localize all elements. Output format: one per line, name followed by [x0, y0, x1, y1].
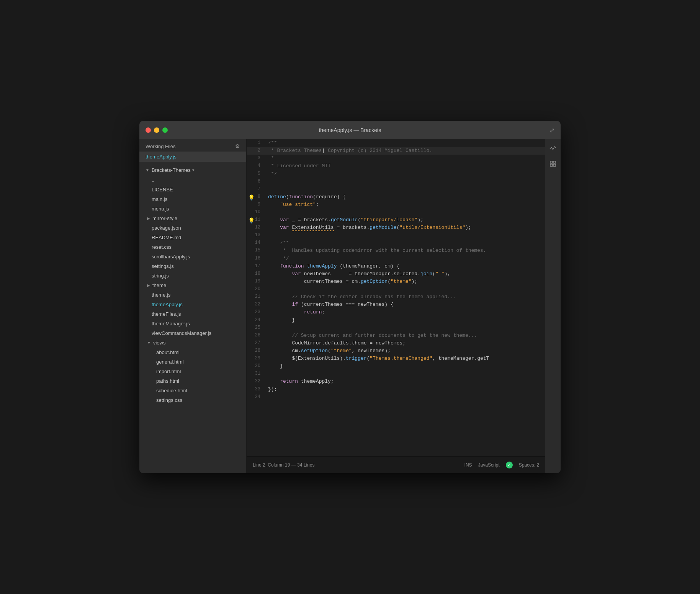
line-content-21: // Check if the editor already has the t…	[265, 293, 545, 301]
line-number-11: 💡 11	[247, 216, 265, 224]
tree-item-theme-js[interactable]: theme.js	[139, 290, 246, 300]
line-number-26: 26	[247, 332, 265, 339]
line-number-18: 18	[247, 270, 265, 277]
code-line-24: 24 }	[247, 317, 545, 324]
code-line-1: 1 /**	[247, 139, 545, 147]
tree-item-main-js[interactable]: main.js	[139, 194, 246, 204]
line-number-15: 15	[247, 247, 265, 254]
line-content-19: currentThemes = cm.getOption("theme");	[265, 278, 545, 286]
line-content-22: if (currentThemes === newThemes) {	[265, 301, 545, 308]
line-content-12: var ExtensionUtils = brackets.getModule(…	[265, 224, 545, 232]
line-content-15: * Handles updating codemirror with the c…	[265, 247, 545, 255]
tree-item-readme[interactable]: README.md	[139, 233, 246, 242]
line-content-29: $(ExtensionUtils).trigger("Themes.themeC…	[265, 355, 545, 362]
tree-item-theme-manager-js[interactable]: themeManager.js	[139, 319, 246, 328]
line-number-17: 17	[247, 263, 265, 270]
code-line-17: 17 function themeApply (themeManager, cm…	[247, 263, 545, 270]
line-content-18: var newThemes = themeManager.selected.jo…	[265, 270, 545, 278]
svg-rect-3	[553, 164, 556, 166]
code-line-26: 26 // Setup current and further document…	[247, 332, 545, 339]
status-position: Line 2, Column 19 — 34 Lines	[253, 462, 464, 468]
code-line-33: 33 });	[247, 386, 545, 393]
tree-item-general-html[interactable]: general.html	[139, 357, 246, 367]
code-line-28: 28 cm.setOption("theme", newThemes);	[247, 347, 545, 355]
app-window: themeApply.js — Brackets ⤢ Working Files…	[139, 121, 561, 473]
working-file-item[interactable]: themeApply.js	[139, 152, 246, 162]
tree-item-theme-files-js[interactable]: themeFiles.js	[139, 309, 246, 319]
right-toolbar	[545, 139, 561, 473]
folder-mirror-style-label: mirror-style	[152, 215, 177, 221]
tree-item-schedule-html[interactable]: schedule.html	[139, 386, 246, 395]
line-content-11: var _ = brackets.getModule("thirdparty/l…	[265, 216, 545, 224]
line-number-12: 12	[247, 224, 265, 231]
line-number-10: 10	[247, 209, 265, 216]
status-language: JavaScript	[478, 462, 500, 468]
code-line-13: 13	[247, 232, 545, 239]
tree-item-package-json[interactable]: package.json	[139, 223, 246, 233]
tree-root-folder[interactable]: ▼ Brackets-Themes ▾	[139, 165, 246, 175]
tree-item-theme-apply-js[interactable]: themeApply.js	[139, 300, 246, 309]
code-line-9: 9 "use strict";	[247, 201, 545, 209]
line-number-8: 💡 8	[247, 193, 265, 201]
tree-folder-theme[interactable]: ▶ theme	[139, 281, 246, 290]
expand-icon[interactable]: ⤢	[550, 127, 554, 134]
tree-item-license[interactable]: LICENSE	[139, 185, 246, 194]
tree-item-paths-html[interactable]: paths.html	[139, 376, 246, 386]
svg-rect-2	[550, 164, 553, 166]
folder-arrow-down-icon: ▾	[192, 168, 195, 173]
line-content-5: */	[265, 170, 545, 178]
line-content-23: return;	[265, 308, 545, 316]
line-number-29: 29	[247, 355, 265, 362]
line-content-16: */	[265, 255, 545, 263]
window-controls	[146, 127, 168, 133]
extensions-icon[interactable]	[547, 158, 559, 170]
line-number-21: 21	[247, 293, 265, 300]
tree-item-view-commands-manager[interactable]: viewCommandsManager.js	[139, 328, 246, 338]
status-spaces: Spaces: 2	[519, 462, 539, 468]
code-line-14: 14 /**	[247, 239, 545, 247]
tree-folder-mirror-style[interactable]: ▶ mirror-style	[139, 214, 246, 223]
code-line-21: 21 // Check if the editor already has th…	[247, 293, 545, 301]
code-line-10: 10	[247, 209, 545, 216]
folder-arrow-icon: ▼	[146, 168, 149, 172]
code-editor[interactable]: 1 /** 2 * Brackets Themes| Copyright (c)…	[247, 139, 545, 456]
line-content-33: });	[265, 386, 545, 393]
minimize-button[interactable]	[154, 127, 159, 133]
tree-item-reset-css[interactable]: reset.css	[139, 242, 246, 252]
line-content-26: // Setup current and further documents t…	[265, 332, 545, 339]
line-number-20: 20	[247, 286, 265, 293]
tree-item[interactable]: ..	[139, 175, 246, 185]
activity-icon[interactable]	[547, 142, 559, 155]
tree-item-about-html[interactable]: about.html	[139, 348, 246, 357]
line-content-14: /**	[265, 239, 545, 247]
line-number-13: 13	[247, 232, 265, 239]
status-check-badge: ✓	[506, 462, 513, 468]
code-line-19: 19 currentThemes = cm.getOption("theme")…	[247, 278, 545, 286]
tree-folder-views[interactable]: ▼ views	[139, 338, 246, 348]
tree-item-settings-js[interactable]: settings.js	[139, 261, 246, 271]
maximize-button[interactable]	[162, 127, 168, 133]
window-title: themeApply.js — Brackets	[319, 127, 381, 133]
line-content-30: }	[265, 362, 545, 370]
line-content-2: * Brackets Themes| Copyright (c) 2014 Mi…	[265, 147, 545, 155]
line-number-32: 32	[247, 378, 265, 385]
tree-item-scrollbars-apply[interactable]: scrollbarsApply.js	[139, 252, 246, 261]
code-line-22: 22 if (currentThemes === newThemes) {	[247, 301, 545, 308]
line-content-1: /**	[265, 139, 545, 147]
editor-area: 1 /** 2 * Brackets Themes| Copyright (c)…	[247, 139, 545, 473]
gear-icon[interactable]: ⚙	[235, 143, 240, 149]
tree-item-string-js[interactable]: string.js	[139, 271, 246, 281]
check-icon: ✓	[507, 462, 511, 467]
tree-item-menu-js[interactable]: menu.js	[139, 204, 246, 214]
titlebar: themeApply.js — Brackets ⤢	[139, 121, 561, 139]
collapsed-folder-arrow-icon: ▶	[147, 216, 150, 220]
tree-item-settings-css[interactable]: settings.css	[139, 395, 246, 405]
close-button[interactable]	[146, 127, 151, 133]
tree-item-import-html[interactable]: import.html	[139, 367, 246, 376]
working-files-list: themeApply.js	[139, 152, 246, 165]
line-content-32: return themeApply;	[265, 378, 545, 385]
line-number-6: 6	[247, 178, 265, 185]
line-number-33: 33	[247, 386, 265, 393]
code-line-30: 30 }	[247, 362, 545, 370]
line-content-24: }	[265, 317, 545, 324]
